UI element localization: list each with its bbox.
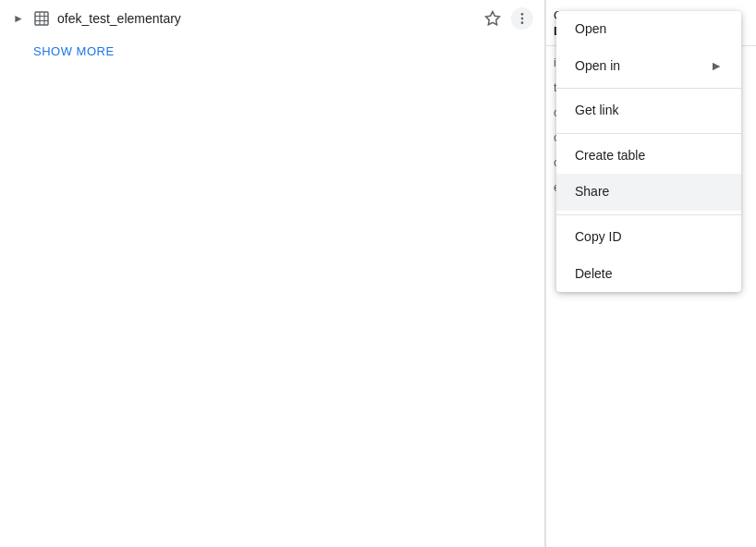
- menu-item-create-table-label: Create table: [575, 147, 645, 165]
- svg-point-7: [521, 18, 524, 20]
- menu-item-open-label: Open: [575, 20, 606, 39]
- menu-item-share[interactable]: Share: [556, 174, 741, 211]
- svg-point-6: [521, 13, 524, 16]
- svg-point-8: [521, 21, 524, 24]
- sidebar: ► ofek_test_elementary SHOW MORE: [0, 0, 545, 547]
- menu-divider-2: [556, 133, 741, 134]
- svg-rect-0: [35, 12, 48, 25]
- menu-item-get-link-label: Get link: [575, 102, 618, 120]
- menu-item-open[interactable]: Open: [556, 11, 741, 48]
- more-options-icon[interactable]: [511, 7, 533, 30]
- menu-item-copy-id-label: Copy ID: [575, 228, 622, 247]
- star-icon[interactable]: [482, 7, 504, 30]
- menu-divider-3: [556, 214, 741, 215]
- menu-item-delete[interactable]: Delete: [556, 256, 741, 293]
- dataset-item-name: ofek_test_elementary: [57, 11, 474, 26]
- menu-item-open-in-label: Open in: [575, 57, 620, 76]
- submenu-arrow-icon: ►: [710, 57, 723, 76]
- table-icon: [33, 10, 50, 27]
- context-menu: Open Open in ► Get link Create table Sha…: [556, 11, 741, 292]
- sidebar-item-row: ► ofek_test_elementary: [0, 0, 544, 37]
- menu-item-get-link[interactable]: Get link: [556, 92, 741, 129]
- menu-item-copy-id[interactable]: Copy ID: [556, 219, 741, 256]
- menu-item-open-in[interactable]: Open in ►: [556, 48, 741, 85]
- svg-marker-5: [486, 12, 500, 25]
- menu-divider-1: [556, 88, 741, 89]
- menu-item-create-table[interactable]: Create table: [556, 138, 741, 175]
- menu-item-share-label: Share: [575, 183, 609, 201]
- show-more-button[interactable]: SHOW MORE: [0, 37, 544, 66]
- menu-item-delete-label: Delete: [575, 265, 612, 284]
- expand-arrow-icon[interactable]: ►: [11, 11, 26, 26]
